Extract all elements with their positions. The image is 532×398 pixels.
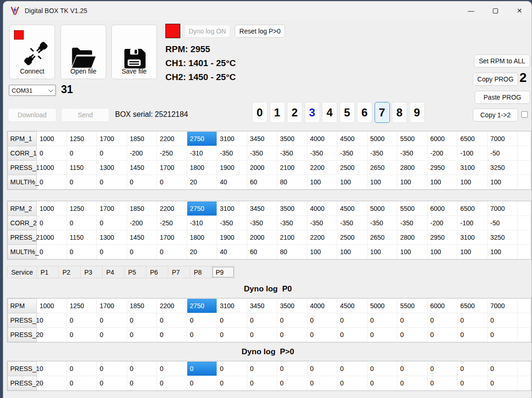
cell[interactable]: -200 [427,216,457,230]
cell[interactable]: 2200 [157,132,187,146]
cell[interactable]: 3100 [457,161,488,175]
cell[interactable]: 0 [157,245,187,259]
cell[interactable]: 2800 [397,230,428,245]
cell[interactable]: 0 [367,376,397,391]
cell[interactable]: 40 [217,245,247,259]
cell[interactable]: 2750 [187,202,217,216]
cell[interactable]: 0 [217,328,247,342]
prog-digit-9[interactable]: 9 [409,102,425,123]
cell[interactable]: 5000 [367,132,397,146]
cell[interactable]: 3100 [217,299,247,313]
cell[interactable]: 6500 [457,299,488,313]
cell[interactable]: 0 [277,376,307,391]
cell[interactable]: 3100 [457,230,488,245]
cell[interactable]: 2200 [157,202,187,216]
cell[interactable]: 100 [367,175,397,189]
cell[interactable]: 1850 [127,299,157,313]
cell[interactable]: 0 [97,376,127,391]
tab-p6[interactable]: P6 [146,266,168,278]
cell[interactable]: 0 [247,313,277,328]
cell[interactable]: 0 [37,376,67,391]
copy-prog-button[interactable]: Copy PROG [473,73,518,86]
cell[interactable]: 0 [277,328,307,342]
cell[interactable]: 100 [487,175,518,189]
cell[interactable]: 2950 [427,230,457,245]
cell[interactable]: 5000 [367,202,397,216]
cell[interactable]: 2500 [337,161,368,175]
cell[interactable]: -350 [247,146,277,161]
cell[interactable]: 0 [187,376,217,391]
reset-log-button[interactable]: Reset log P>0 [235,25,285,38]
cell[interactable]: 1700 [97,132,127,146]
cell[interactable]: 20 [187,175,217,189]
cell[interactable]: 0 [157,362,187,376]
cell[interactable]: -350 [307,146,337,161]
cell[interactable]: 0 [157,328,187,342]
cell[interactable]: 0 [307,328,337,342]
cell[interactable]: 4000 [307,132,337,146]
cell[interactable]: 0 [457,362,488,376]
cell[interactable]: 1900 [217,161,247,175]
cell[interactable]: 0 [157,376,187,391]
cell[interactable]: 0 [487,362,518,376]
cell[interactable]: 1000 [37,230,67,245]
cell[interactable]: -100 [457,146,488,161]
cell[interactable]: 2200 [307,161,337,175]
cell[interactable]: 1900 [217,230,247,245]
save-file-button[interactable]: Save file [111,25,157,79]
cell[interactable]: 6500 [457,202,488,216]
cell[interactable]: 5500 [397,202,428,216]
cell[interactable]: 2650 [367,161,397,175]
cell[interactable]: 0 [97,313,127,328]
cell[interactable]: 0 [127,328,157,342]
cell[interactable]: 0 [67,328,97,342]
cell[interactable]: 0 [427,362,457,376]
cell[interactable]: 0 [397,328,428,342]
cell[interactable]: 100 [427,175,457,189]
cell[interactable]: 0 [127,245,157,259]
cell[interactable]: 100 [367,245,397,259]
cell[interactable]: 1000 [37,202,67,216]
cell[interactable]: 0 [427,313,457,328]
download-button[interactable]: Download [8,108,56,122]
cell[interactable]: -350 [397,216,428,230]
cell[interactable]: -350 [247,216,277,230]
cell[interactable]: 100 [397,175,428,189]
cell[interactable]: 1000 [37,132,67,146]
cell[interactable]: 0 [97,175,127,189]
dyno-log-on-button[interactable]: Dyno log ON [184,25,230,38]
cell[interactable]: 0 [307,376,337,391]
cell[interactable]: 0 [97,362,127,376]
cell[interactable]: 0 [217,313,247,328]
cell[interactable]: 0 [277,313,307,328]
cell[interactable]: 1700 [157,230,187,245]
cell[interactable]: -350 [217,216,247,230]
cell[interactable]: 0 [67,216,97,230]
cell[interactable]: 100 [457,245,488,259]
cell[interactable]: 3450 [247,202,277,216]
cell[interactable]: 0 [457,313,488,328]
cell[interactable]: 7000 [487,202,518,216]
cell[interactable]: 3100 [217,132,247,146]
cell[interactable]: 0 [127,362,157,376]
cell[interactable]: -350 [337,146,368,161]
cell[interactable]: 1850 [127,132,157,146]
tab-service[interactable]: Service [7,266,37,278]
cell[interactable]: 3450 [247,299,277,313]
cell[interactable]: 1800 [187,161,217,175]
cell[interactable]: 3500 [277,132,307,146]
prog-digit-5[interactable]: 5 [340,102,355,123]
cell[interactable]: 2750 [187,132,217,146]
close-button[interactable]: ✕ [507,1,532,20]
cell[interactable]: 2200 [157,299,187,313]
maximize-button[interactable] [483,1,507,20]
cell[interactable]: 0 [187,362,217,376]
cell[interactable]: -310 [187,146,217,161]
cell[interactable]: 0 [67,245,97,259]
cell[interactable]: 0 [337,313,368,328]
cell[interactable]: 1150 [67,230,97,245]
cell[interactable]: 0 [97,245,127,259]
tab-p8[interactable]: P8 [190,266,212,278]
cell[interactable]: 0 [67,146,97,161]
cell[interactable]: 0 [37,175,67,189]
